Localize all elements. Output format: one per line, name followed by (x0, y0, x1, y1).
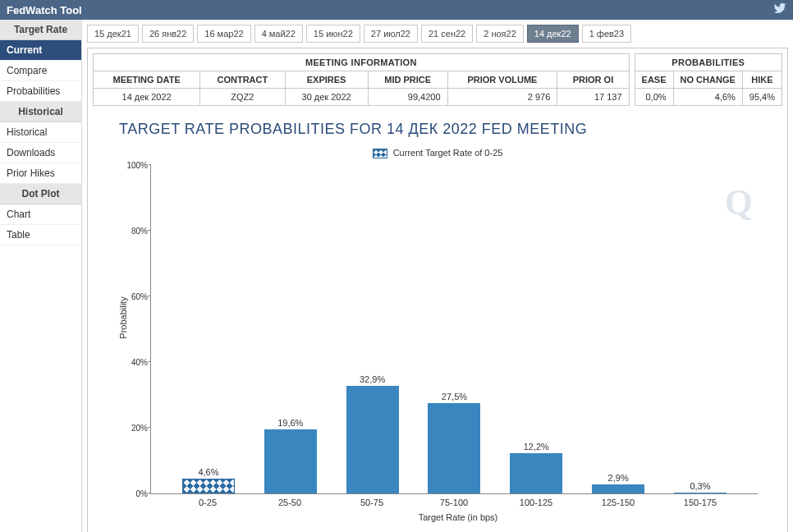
prob-cell: 95,4% (742, 89, 782, 106)
date-tab[interactable]: 16 мар22 (197, 25, 250, 43)
sidebar-group-heading: Target Rate (0, 20, 81, 40)
sidebar-item[interactable]: Historical (0, 122, 81, 143)
sidebar-item[interactable]: Compare (0, 61, 81, 81)
bar (264, 429, 317, 493)
bar (674, 493, 727, 493)
meeting-cell: 30 дек 2022 (285, 89, 368, 106)
twitter-icon[interactable] (773, 2, 786, 18)
x-tick-label: 150-175 (667, 498, 733, 507)
meeting-col-header: CONTRACT (200, 71, 285, 89)
x-tick-label: 25-50 (257, 498, 323, 507)
date-tab[interactable]: 14 дек22 (527, 25, 579, 43)
legend-label: Current Target Rate of 0-25 (393, 148, 503, 158)
prob-cell: 4,6% (673, 89, 742, 106)
app-title: FedWatch Tool (7, 4, 82, 16)
date-tab[interactable]: 26 янв22 (142, 25, 194, 43)
x-tick-label: 0-25 (175, 498, 241, 507)
prob-cell: 0,0% (635, 89, 673, 106)
sidebar-item[interactable]: Prior Hikes (0, 163, 81, 184)
sidebar-group-heading: Historical (0, 102, 81, 122)
meeting-col-header: MID PRICE (368, 71, 447, 89)
meeting-cell: 17 137 (557, 89, 629, 106)
content-panel: MEETING INFORMATION MEETING DATECONTRACT… (87, 48, 788, 532)
meeting-col-header: PRIOR OI (557, 71, 629, 89)
chart-area: TARGET RATE PROBABILITIES FOR 14 ДЕК 202… (93, 111, 782, 522)
bar (346, 386, 399, 494)
bar (428, 403, 480, 493)
top-bar: FedWatch Tool (0, 0, 793, 20)
x-tick-label: 125-150 (585, 498, 651, 507)
chart-title: TARGET RATE PROBABILITIES FOR 14 ДЕК 202… (119, 121, 766, 138)
y-tick-label: 0% (118, 489, 148, 498)
date-tab[interactable]: 1 фев23 (582, 25, 631, 43)
y-tick-label: 20% (118, 424, 148, 433)
meeting-info-heading: MEETING INFORMATION (94, 54, 630, 71)
meeting-cell: 2 976 (447, 89, 557, 106)
date-tab[interactable]: 4 май22 (254, 25, 303, 43)
bar (182, 479, 235, 493)
sidebar-group-heading: Dot Plot (0, 184, 81, 204)
y-tick-label: 60% (118, 292, 148, 301)
probabilities-table: PROBABILITIES EASENO CHANGEHIKE 0,0%4,6%… (635, 53, 782, 106)
bar-value-label: 27,5% (442, 392, 467, 401)
sidebar-item[interactable]: Chart (0, 204, 81, 225)
bar-value-label: 12,2% (524, 442, 549, 452)
y-tick-label: 40% (118, 358, 148, 367)
date-tab[interactable]: 2 ноя22 (476, 25, 524, 43)
sidebar-item[interactable]: Current (0, 40, 81, 61)
probabilities-heading: PROBABILITIES (635, 54, 782, 71)
prob-col-header: EASE (635, 71, 673, 89)
meeting-col-header: EXPIRES (285, 71, 368, 89)
bar-value-label: 19,6% (277, 418, 303, 428)
meeting-cell: 14 дек 2022 (94, 89, 200, 106)
meeting-col-header: MEETING DATE (94, 71, 200, 89)
x-tick-label: 100-125 (503, 498, 569, 507)
sidebar-item[interactable]: Table (0, 225, 81, 245)
meeting-info-table: MEETING INFORMATION MEETING DATECONTRACT… (93, 53, 630, 106)
sidebar: Target RateCurrentCompareProbabilitiesHi… (0, 20, 82, 532)
bar (592, 484, 644, 494)
meeting-cell: ZQZ2 (200, 89, 285, 106)
chart-plot: Q Probability 4,6%19,6%32,9%27,5%12,2%2,… (150, 165, 758, 494)
meeting-col-header: PRIOR VOLUME (447, 71, 557, 89)
bar-value-label: 32,9% (360, 374, 385, 384)
date-tab[interactable]: 27 июл22 (364, 25, 418, 43)
bar-value-label: 0,3% (690, 481, 710, 491)
meeting-cell: 99,4200 (368, 89, 447, 106)
legend-swatch-icon (373, 149, 387, 158)
sidebar-item[interactable]: Downloads (0, 143, 81, 163)
bar-value-label: 4,6% (198, 467, 218, 477)
x-tick-label: 75-100 (421, 498, 487, 507)
bar (510, 453, 562, 493)
y-tick-label: 80% (118, 227, 148, 236)
x-axis-label: Target Rate (in bps) (150, 512, 766, 522)
date-tabs: 15 дек2126 янв2216 мар224 май2215 июн222… (87, 25, 788, 43)
bar-value-label: 2,9% (608, 473, 629, 483)
x-tick-label: 50-75 (339, 498, 405, 507)
y-tick-label: 100% (118, 161, 148, 170)
date-tab[interactable]: 15 июн22 (306, 25, 360, 43)
date-tab[interactable]: 15 дек21 (87, 25, 139, 43)
prob-col-header: HIKE (742, 71, 782, 89)
y-axis-label: Probability (118, 296, 128, 338)
prob-col-header: NO CHANGE (673, 71, 742, 89)
date-tab[interactable]: 21 сен22 (421, 25, 473, 43)
chart-legend: Current Target Rate of 0-25 (109, 148, 766, 158)
sidebar-item[interactable]: Probabilities (0, 81, 81, 102)
